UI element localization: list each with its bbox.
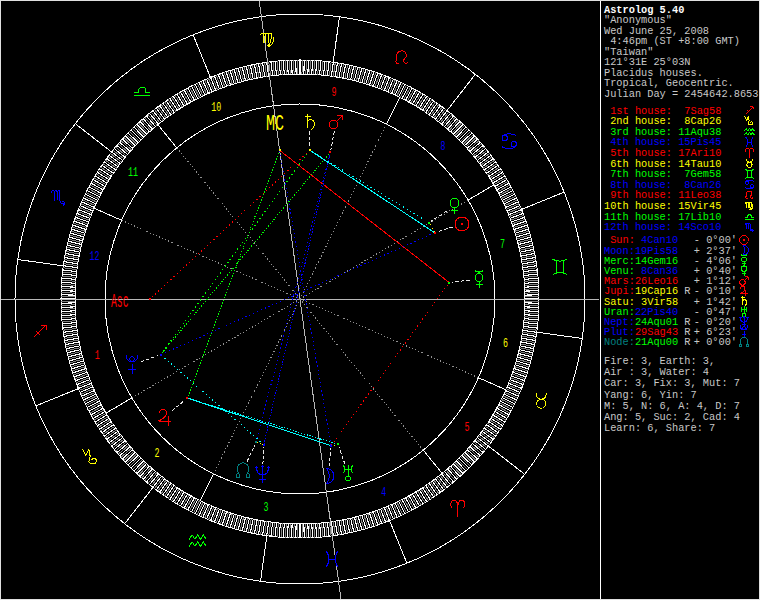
svg-text:+ 0°00': + 0°00' [694,336,737,348]
svg-text:1: 1 [95,349,100,363]
svg-text:8: 8 [441,140,446,154]
svg-text:2: 2 [155,447,160,461]
svg-text:4: 4 [381,486,386,500]
svg-text:Asc: Asc [111,290,129,313]
svg-text:7: 7 [500,238,505,252]
svg-text:Ang: 5, Suc: 2, Cad: 4: Ang: 5, Suc: 2, Cad: 4 [604,411,740,423]
svg-text:Node:: Node: [604,336,635,348]
svg-text:21Aqu00: 21Aqu00 [635,336,678,348]
svg-text:Yang: 6, Yin: 7: Yang: 6, Yin: 7 [604,389,697,401]
svg-text:3: 3 [264,501,269,515]
svg-text:M: 5, N: 6, A: 4, D: 7: M: 5, N: 6, A: 4, D: 7 [604,400,740,412]
svg-text:MC: MC [266,112,284,137]
svg-text:R: R [684,285,690,297]
svg-text:R: R [684,336,690,348]
svg-text:Air : 3, Water: 4: Air : 3, Water: 4 [604,366,709,378]
svg-text:11: 11 [128,166,138,180]
svg-text:5: 5 [465,421,470,435]
svg-text:Julian Day = 2454642.8653: Julian Day = 2454642.8653 [604,88,758,100]
svg-text:12th house: 14Sco10: 12th house: 14Sco10 [604,221,721,233]
svg-text:12: 12 [90,250,100,264]
svg-text:Learn: 6, Share: 7: Learn: 6, Share: 7 [604,422,715,434]
svg-text:10: 10 [211,101,221,115]
svg-text:Car: 3, Fix: 3, Mut: 7: Car: 3, Fix: 3, Mut: 7 [604,377,740,389]
svg-text:6: 6 [503,337,508,351]
svg-text:Fire: 3, Earth: 3,: Fire: 3, Earth: 3, [604,355,715,367]
svg-text:9: 9 [331,86,336,100]
